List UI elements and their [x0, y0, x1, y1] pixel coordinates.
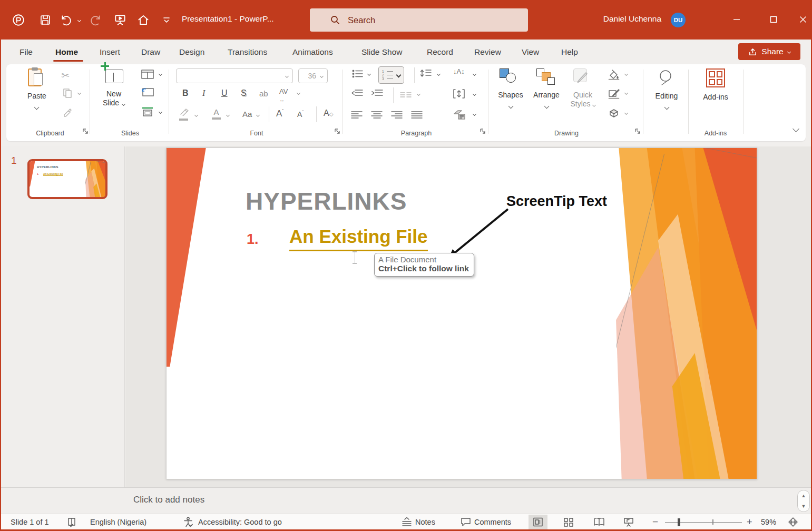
collapse-ribbon-chevron[interactable] [793, 125, 799, 132]
align-text-dropdown-chevron[interactable] [473, 92, 476, 96]
cut-button[interactable]: ✂ [61, 70, 70, 82]
columns-dropdown-chevron[interactable] [417, 92, 420, 96]
tab-draw[interactable]: Draw [140, 44, 161, 60]
powerpoint-logo-icon[interactable] [12, 13, 25, 27]
line-spacing-dropdown-chevron[interactable] [437, 72, 441, 76]
highlight-dropdown-chevron[interactable] [194, 113, 198, 117]
customize-quick-access-chevron[interactable] [160, 13, 173, 27]
format-painter-button[interactable] [62, 107, 73, 120]
smartart-dropdown-chevron[interactable] [473, 112, 476, 116]
notes-scrollbar[interactable]: ▲ ▼ [797, 490, 810, 512]
tab-view[interactable]: View [521, 44, 540, 60]
section-button[interactable] [141, 106, 154, 119]
avatar[interactable]: DU [671, 13, 686, 27]
normal-view-button[interactable] [529, 515, 547, 529]
section-dropdown-chevron[interactable] [159, 110, 162, 114]
scroll-up-icon[interactable]: ▲ [801, 493, 806, 498]
drawing-dialog-launcher[interactable] [635, 127, 641, 136]
tab-slide-show[interactable]: Slide Show [360, 44, 404, 60]
start-slideshow-button[interactable] [113, 13, 127, 27]
clear-formatting-button[interactable]: A◇ [324, 109, 333, 118]
numbering-button[interactable]: 123 [378, 66, 404, 84]
slide-title[interactable]: HYPERLINKS [246, 187, 407, 215]
slide-editing-area[interactable]: HYPERLINKS 1. An Existing File ScreenTip… [166, 148, 757, 479]
reading-view-button[interactable] [590, 515, 609, 529]
language-status[interactable]: English (Nigeria) [90, 514, 146, 530]
slideshow-view-button[interactable] [619, 515, 638, 529]
paragraph-dialog-launcher[interactable] [480, 127, 486, 136]
font-dialog-launcher[interactable] [335, 127, 340, 136]
layout-dropdown-chevron[interactable] [159, 72, 162, 76]
zoom-in-button[interactable]: + [747, 514, 752, 530]
shape-fill-button[interactable] [608, 70, 620, 82]
shape-effects-dropdown-chevron[interactable] [624, 111, 628, 115]
font-name-combobox[interactable] [176, 68, 293, 83]
font-color-dropdown-chevron[interactable] [226, 113, 230, 117]
maximize-button[interactable] [765, 12, 782, 27]
zoom-slider-track[interactable] [665, 522, 742, 523]
save-button[interactable] [38, 13, 52, 27]
tab-file[interactable]: File [18, 44, 34, 60]
slide-thumbnail[interactable]: HYPERLINKS 1. An Existing File [27, 159, 107, 199]
fit-slide-to-window-button[interactable] [787, 514, 799, 530]
home-button[interactable] [136, 13, 150, 27]
copy-button[interactable] [62, 87, 73, 100]
undo-dropdown-chevron[interactable] [77, 18, 81, 22]
tab-record[interactable]: Record [426, 44, 454, 60]
text-direction-button[interactable]: ↓A↕ [453, 67, 465, 75]
close-button[interactable] [794, 12, 812, 27]
increase-font-size-button[interactable]: Aˆ [276, 109, 283, 119]
notes-toggle[interactable]: Notes [402, 514, 435, 530]
hyperlink-text[interactable]: An Existing File [289, 226, 428, 251]
increase-indent-button[interactable] [371, 90, 384, 100]
shape-outline-button[interactable] [608, 88, 620, 101]
tab-review[interactable]: Review [473, 44, 502, 60]
align-right-button[interactable] [391, 111, 403, 121]
spacing-dropdown-chevron[interactable] [297, 91, 300, 95]
bullets-dropdown-chevron[interactable] [367, 72, 371, 76]
align-center-button[interactable] [371, 111, 383, 121]
highlight-color-button[interactable] [179, 109, 190, 121]
accessibility-icon[interactable] [183, 514, 193, 530]
shape-fill-dropdown-chevron[interactable] [624, 72, 628, 76]
tab-design[interactable]: Design [178, 44, 206, 60]
align-text-button[interactable] [453, 88, 465, 101]
justify-button[interactable] [411, 111, 423, 121]
font-color-button[interactable]: A [212, 107, 221, 120]
text-shadow-button[interactable]: S [241, 88, 247, 98]
clipboard-dialog-launcher[interactable] [83, 127, 89, 136]
zoom-slider-thumb[interactable] [678, 518, 680, 526]
search-input[interactable]: Search [310, 8, 528, 32]
tab-animations[interactable]: Animations [291, 44, 334, 60]
notes-pane[interactable]: Click to add notes ▲ ▼ [0, 487, 812, 514]
redo-button[interactable] [89, 13, 102, 27]
tab-transitions[interactable]: Transitions [227, 44, 268, 60]
tab-insert[interactable]: Insert [99, 44, 121, 60]
tab-home[interactable]: Home [54, 44, 79, 60]
comments-toggle[interactable]: Comments [461, 514, 511, 530]
copy-dropdown-chevron[interactable] [77, 91, 81, 95]
notes-placeholder[interactable]: Click to add notes [133, 495, 204, 505]
slide-sorter-view-button[interactable] [559, 515, 578, 529]
decrease-indent-button[interactable] [351, 90, 364, 100]
reset-slide-button[interactable] [141, 87, 154, 99]
bold-button[interactable]: B [182, 88, 189, 98]
share-button[interactable]: Share [738, 43, 800, 60]
zoom-level[interactable]: 59% [761, 514, 776, 530]
slide-layout-button[interactable] [141, 70, 154, 81]
accessibility-status[interactable]: Accessibility: Good to go [198, 514, 282, 530]
strikethrough-button[interactable]: ab [259, 89, 268, 98]
decrease-font-size-button[interactable]: Aˇ [297, 110, 304, 119]
minimize-button[interactable] [728, 12, 746, 27]
shape-effects-button[interactable] [608, 109, 620, 120]
tab-help[interactable]: Help [560, 44, 579, 60]
columns-button[interactable] [399, 91, 412, 100]
text-direction-dropdown-chevron[interactable] [473, 72, 476, 76]
italic-button[interactable]: I [202, 88, 205, 98]
editing-button[interactable]: Editing [649, 68, 684, 88]
font-size-combobox[interactable]: 36 [298, 68, 328, 83]
align-left-button[interactable] [351, 111, 363, 121]
user-name[interactable]: Daniel Uchenna [603, 14, 661, 24]
convert-to-smartart-button[interactable] [453, 110, 466, 122]
bullets-button[interactable] [352, 70, 364, 80]
